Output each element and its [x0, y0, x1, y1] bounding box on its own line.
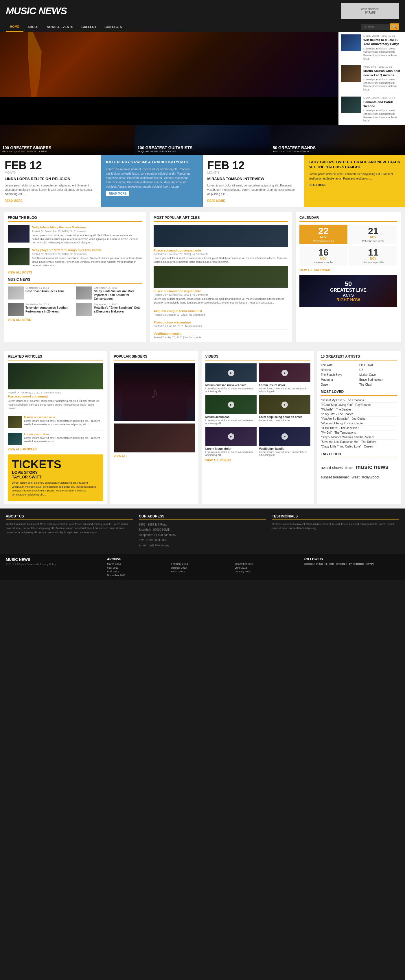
tag-award-shows[interactable]: award shows: [321, 464, 343, 472]
archive-link-9[interactable]: January 2013: [235, 570, 298, 573]
blog-title-2[interactable]: Nelly plays 57 different songs over two …: [32, 248, 142, 252]
blog-title-1[interactable]: Nelly labels Miley the new Madonna: [32, 225, 142, 229]
cal-num-2: 21: [351, 226, 395, 235]
video-text-5: Lorem ipsum dolor sit amet, consectetuer…: [206, 451, 257, 457]
nav-item-contacts[interactable]: CONTACTS: [100, 22, 126, 32]
hero-meta-3: Music, Videos · 2013-10-11: [364, 97, 403, 99]
video-item-6: ▶ Vestibulum iaculis Lorem ipsum dolor s…: [259, 427, 310, 457]
search-button[interactable]: 🔍: [390, 24, 399, 30]
cal-num-1: 22: [301, 226, 346, 235]
featured-box-3[interactable]: 50 GREATEST BANDS TINCIDUNT METUS ALIQUA…: [271, 125, 405, 155]
popular-article-img-1: [154, 225, 288, 247]
hero-side-item-2[interactable]: Rock, Style · 2013-10-12 Martin Souros w…: [338, 63, 405, 94]
cal-item-4[interactable]: 11 NOV Vivamus eget nibh: [349, 246, 397, 266]
artist-5: Queen: [321, 382, 359, 387]
video-item-3: ▶ Mauris accumsan Lorem ipsum dolor sit …: [206, 395, 257, 425]
tag-music-news[interactable]: music news: [356, 460, 388, 473]
hero-section: Music, Videos · 2013-10-31 Win tickets t…: [0, 32, 405, 125]
blog-meta-1: Posted On December 23, 2013 | No Comment…: [32, 230, 142, 233]
archive-link-10[interactable]: November 2012: [107, 574, 170, 577]
cal-item-2[interactable]: 21 NOV Pelleque sed lorem: [349, 224, 397, 244]
archive-link-8[interactable]: March 2012: [171, 570, 234, 573]
video-thumb-2[interactable]: ▶: [259, 363, 310, 382]
music-news-date-1: September 14, 2011: [26, 286, 64, 290]
follow-dribble[interactable]: DRIBBLE: [336, 563, 348, 565]
singer-main-img: ♪: [114, 363, 195, 421]
news-card-text-2: Lorem ipsum dolor sit amet, consectetuer…: [106, 167, 198, 189]
tag-drums[interactable]: drums: [345, 465, 353, 471]
nav-item-home[interactable]: HOME: [6, 22, 24, 32]
news-card-readmore-3[interactable]: READ MORE: [207, 199, 225, 202]
related-mini-title-2[interactable]: Lorem ipsum diso: [24, 433, 103, 436]
tag-hollywood[interactable]: hollywood: [362, 473, 379, 482]
nav-item-gallery[interactable]: GALLERY: [77, 22, 100, 32]
follow-facebook[interactable]: FACEBOOK: [349, 563, 364, 565]
related-mini-title-1[interactable]: Mauris accumsan nula: [24, 416, 103, 419]
footer-bottom-brand: MUSIC NEWS © 2014 All Rights Reserved | …: [6, 557, 101, 566]
view-all-singers[interactable]: VIEW ALL: [114, 455, 195, 458]
cal-month-1: NOV: [301, 235, 346, 239]
hero-side-item-1[interactable]: Music, Videos · 2013-10-31 Win tickets t…: [338, 32, 405, 63]
view-all-articles[interactable]: VIEW ALL ARTICLES: [8, 448, 103, 451]
artist-4: Madonna: [321, 377, 359, 382]
archive-link-7[interactable]: April 2012: [107, 570, 170, 573]
featured-box-2[interactable]: 100 GREATEST GUITARISTS ALIQUAM DAPIBUS …: [135, 125, 269, 155]
blog-item-2: Nelly plays 57 different songs over two …: [8, 248, 142, 267]
related-mini-text-1: Lorem ipsum dolor sit amet, consectetuer…: [24, 420, 103, 426]
popular-article-title-4[interactable]: Proin dictum elementum: [154, 321, 288, 324]
follow-flickr[interactable]: FLICKR: [325, 563, 334, 565]
related-mini-thumb-2: [8, 433, 22, 445]
view-all-news[interactable]: VIEW ALL NEWS: [8, 318, 142, 321]
popular-singers-col: POPULAR SINGERS ♪ VIEW ALL: [110, 351, 198, 504]
follow-skype[interactable]: SKYPE: [366, 563, 375, 565]
archive-link-2[interactable]: February 2014: [171, 563, 234, 565]
follow-google[interactable]: GOOGLE PLUS: [304, 563, 323, 565]
footer-email: Email: mail@studio.org: [139, 543, 266, 548]
news-card-readmore-2[interactable]: READ MORE: [106, 191, 129, 196]
view-all-calendar[interactable]: VIEW ALL CALENDAR: [300, 269, 397, 272]
nav-item-about[interactable]: ABOUT: [24, 22, 43, 32]
tag-sunset[interactable]: sunset boulevard: [321, 473, 349, 482]
loved-7: "I'll Be There" - The Jackson 5: [321, 426, 397, 430]
archive-link-1[interactable]: March 2014: [107, 563, 170, 565]
footer: ABOUT US Vestibulum iaculis lacinia est.…: [0, 509, 405, 580]
video-thumb-5[interactable]: ▶: [206, 427, 257, 446]
news-card-readmore-1[interactable]: READ MORE: [5, 199, 22, 202]
tickets-box: Tickets LOVE STORY TAYLOR SWIFT Lorem ip…: [8, 455, 103, 501]
live-acts-number: 50: [345, 280, 352, 288]
archive-link-6[interactable]: June 2013: [235, 566, 298, 569]
popular-article-title-5[interactable]: Vestibulum iaculis: [154, 332, 288, 335]
videos-col: VIDEOS ▶ Mauris cumsan nulla vel diam Lo…: [202, 351, 314, 504]
popular-article-title-2[interactable]: Fusce euismod consequat ante: [154, 290, 288, 293]
featured-box-1[interactable]: 100 GREATEST SINGERS PELLENTIQUE SED DOL…: [0, 125, 134, 155]
cal-item-3[interactable]: 16 NOV Aenean norry he: [300, 246, 348, 266]
hero-side-item-3[interactable]: Music, Videos · 2013-10-11 Samanta and P…: [338, 94, 405, 125]
video-text-6: Lorem ipsum dolor sit amet, consectetuer…: [259, 451, 310, 457]
popular-article-title-3[interactable]: Aliquam congue fermentum nisl: [154, 309, 288, 313]
popular-article-title-1[interactable]: Fusce euismod consequat ante: [154, 248, 288, 252]
hero-thumb-2: [341, 65, 361, 82]
view-all-videos[interactable]: VIEW ALL VIDEOS: [206, 459, 310, 462]
view-all-posts[interactable]: VIEW ALL POSTS: [8, 271, 142, 274]
music-news-3: September 14, 2011 Television Announces …: [8, 303, 74, 316]
video-thumb-3[interactable]: ▶: [206, 395, 257, 414]
blog-section-title: FROM THE BLOG: [8, 216, 142, 222]
related-main-title[interactable]: Fusce euismod consequat: [8, 395, 103, 398]
archive-link-5[interactable]: October 2013: [171, 566, 234, 569]
news-card-readmore-4[interactable]: READ MORE: [309, 184, 326, 187]
music-news-date-3: September 14, 2011: [26, 303, 74, 306]
footer-top: ABOUT US Vestibulum iaculis lacinia est.…: [0, 509, 405, 554]
cal-item-1[interactable]: 22 NOV Vestibulum iaculis: [300, 224, 348, 244]
video-thumb-1[interactable]: ▶: [206, 363, 257, 382]
search-input[interactable]: [361, 24, 390, 30]
main-nav: HOME ABOUT NEWS & EVENTS GALLERY CONTACT…: [0, 22, 405, 32]
music-news-2: September 14, 2011 Study Finds Visuals A…: [76, 286, 142, 301]
video-thumb-4[interactable]: ▶: [259, 395, 310, 414]
video-thumb-6[interactable]: ▶: [259, 427, 310, 446]
tag-west[interactable]: west: [352, 473, 360, 482]
archive-link-3[interactable]: December 2013: [235, 563, 298, 565]
nav-item-news[interactable]: NEWS & EVENTS: [43, 22, 77, 32]
archive-link-4[interactable]: May 2013: [107, 566, 170, 569]
live-acts-box: 50 GREATEST LIVE Acts RIGHT NOW: [300, 275, 397, 307]
cal-num-4: 11: [351, 248, 395, 257]
